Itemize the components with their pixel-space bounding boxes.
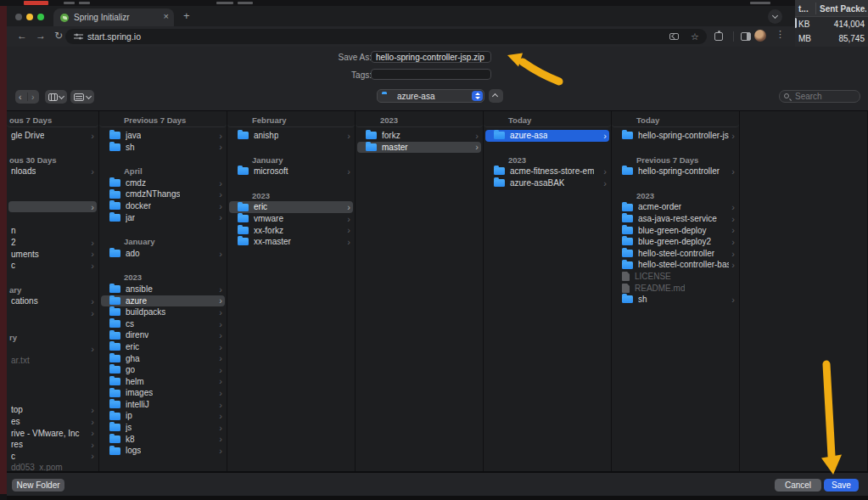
address-bar[interactable]: start.spring.io ☆ <box>65 29 707 44</box>
file-row[interactable]: go› <box>101 364 225 376</box>
file-name: es <box>11 416 20 428</box>
file-row[interactable]: gle Drive› <box>8 130 97 142</box>
file-row[interactable]: logs› <box>101 445 225 457</box>
forward-button[interactable]: → <box>36 30 46 42</box>
file-row[interactable]: helm› <box>101 376 225 388</box>
new-folder-button[interactable]: New Folder <box>12 479 64 492</box>
file-row[interactable]: acme-fitness-store-em› <box>485 166 609 177</box>
minimize-window-button[interactable] <box>26 14 33 20</box>
file-name: cs <box>126 318 134 330</box>
chevron-right-icon[interactable]: › <box>31 92 35 102</box>
file-row[interactable]: n <box>8 225 97 237</box>
file-row[interactable]: direnv› <box>101 329 225 341</box>
file-row[interactable]: vmware› <box>229 213 353 225</box>
collapse-dialog-button[interactable] <box>489 89 503 103</box>
file-row[interactable]: xx-master› <box>229 236 353 248</box>
file-row[interactable]: es› <box>8 416 97 428</box>
file-row[interactable]: nloads› <box>8 166 97 177</box>
file-row[interactable]: › <box>8 307 97 319</box>
file-row[interactable]: hello-steel-controller› <box>613 248 737 260</box>
location-select[interactable]: azure-asa <box>377 89 484 103</box>
cancel-button[interactable]: Cancel <box>775 479 821 492</box>
file-row[interactable]: java› <box>101 130 225 142</box>
profile-avatar[interactable] <box>754 30 766 42</box>
file-row[interactable]: intelliJ› <box>101 399 225 411</box>
back-button[interactable]: ← <box>17 30 27 42</box>
file-row[interactable]: dd053_x.pom <box>8 462 97 471</box>
file-row[interactable]: acme-order› <box>613 201 737 213</box>
file-row[interactable]: cations› <box>8 295 97 307</box>
file-row[interactable]: microsoft› <box>229 166 353 177</box>
file-row[interactable]: docker› <box>101 200 225 212</box>
file-row[interactable]: buildpacks› <box>101 306 225 318</box>
file-row[interactable]: res› <box>8 439 97 451</box>
file-row[interactable]: js› <box>101 422 225 434</box>
file-row[interactable]: sh› <box>101 142 225 154</box>
file-row[interactable]: azure-asaBAK› <box>485 177 609 189</box>
file-row[interactable]: ansible› <box>101 284 225 295</box>
file-row[interactable]: › <box>8 343 97 355</box>
tags-field[interactable] <box>371 69 491 80</box>
file-row[interactable]: c› <box>8 260 97 272</box>
screen-share-icon[interactable] <box>669 33 679 40</box>
browser-menu-icon[interactable]: ⋮ <box>776 29 785 40</box>
file-row[interactable]: eric› <box>101 341 225 353</box>
file-row[interactable]: xx-forkz› <box>229 225 353 237</box>
file-row[interactable]: cmdzNThangs› <box>101 188 225 200</box>
reload-button[interactable]: ↻ <box>54 30 63 42</box>
file-name: jar <box>126 212 135 224</box>
file-row[interactable]: uments› <box>8 249 97 261</box>
file-row[interactable]: ar.txt <box>8 355 97 367</box>
file-row[interactable]: k8› <box>101 434 225 446</box>
file-row[interactable]: ado› <box>101 248 225 260</box>
file-row[interactable]: › <box>8 201 97 213</box>
file-row[interactable]: master› <box>357 142 481 154</box>
file-row[interactable]: hello-spring-controller-jsp› <box>613 130 737 142</box>
file-row[interactable]: azure-asa› <box>485 130 609 142</box>
file-row[interactable]: hello-spring-controller› <box>613 166 737 177</box>
file-row[interactable]: blue-green-deploy› <box>613 225 737 237</box>
column-view-button[interactable] <box>45 90 67 104</box>
search-field[interactable] <box>779 90 860 103</box>
file-row[interactable]: c› <box>8 451 97 463</box>
group-by-button[interactable] <box>70 90 94 104</box>
sidebar-toggle-icon[interactable] <box>741 32 751 41</box>
file-row[interactable]: cmdz› <box>101 177 225 189</box>
file-row[interactable]: rive - VMware, Inc› <box>8 428 97 440</box>
browser-tab[interactable]: Spring Initializr × <box>53 8 174 26</box>
new-tab-button[interactable]: + <box>183 9 190 22</box>
file-row[interactable]: cs› <box>101 318 225 330</box>
activity-col2-header[interactable]: Sent Packe... <box>820 4 866 14</box>
file-row[interactable]: jar› <box>101 212 225 224</box>
extensions-icon[interactable] <box>714 32 723 41</box>
file-row[interactable]: forkz› <box>357 130 481 142</box>
file-row[interactable]: images› <box>101 387 225 399</box>
close-window-button[interactable] <box>15 14 22 20</box>
file-row[interactable]: ip› <box>101 410 225 422</box>
chevron-left-icon[interactable]: ‹ <box>19 92 22 102</box>
file-row[interactable]: eric› <box>229 201 353 213</box>
file-row[interactable]: asa-java-rest-service› <box>613 213 737 225</box>
save-as-field[interactable] <box>371 51 491 63</box>
file-row[interactable]: 2› <box>8 237 97 249</box>
bookmark-star-icon[interactable]: ☆ <box>691 31 699 42</box>
search-input[interactable] <box>793 91 856 102</box>
activity-col1-header[interactable]: t... <box>798 4 809 14</box>
file-name: c <box>11 260 15 272</box>
file-row[interactable]: gha› <box>101 353 225 365</box>
tab-close-icon[interactable]: × <box>164 11 169 21</box>
file-row[interactable]: sh› <box>613 294 737 306</box>
file-row[interactable]: blue-green-deploy2› <box>613 236 737 248</box>
save-button[interactable]: Save <box>824 479 859 492</box>
zoom-window-button[interactable] <box>37 14 44 20</box>
file-row[interactable]: hello-steel-controller-basic› <box>613 259 737 271</box>
file-row[interactable]: README.md <box>613 283 737 295</box>
file-name: direnv <box>126 329 148 341</box>
chevron-down-icon <box>771 12 777 18</box>
tab-search-button[interactable] <box>768 9 782 24</box>
back-forward-buttons[interactable]: ‹ › <box>15 90 39 104</box>
file-row[interactable]: anishp› <box>229 130 353 142</box>
file-row[interactable]: azure› <box>101 295 225 307</box>
file-row[interactable]: top› <box>8 404 97 416</box>
file-row[interactable]: LICENSE <box>613 271 737 283</box>
